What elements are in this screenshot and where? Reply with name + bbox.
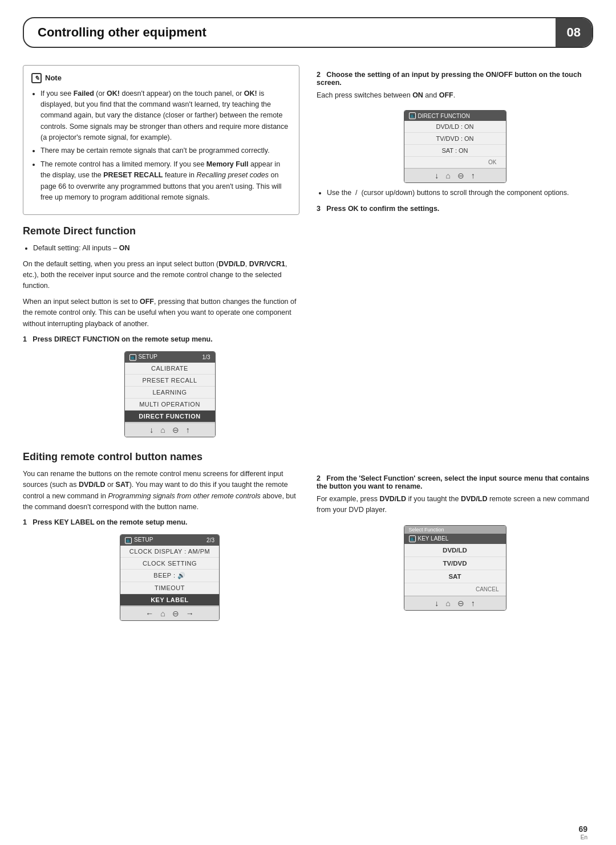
screen-icon: 📺 (129, 354, 136, 361)
screen-footer: ↓ ⌂ ⊖ ↑ (125, 422, 215, 437)
note-list: If you see Failed (or OK! doesn't appear… (31, 88, 291, 204)
screen-body: CALIBRATE PRESET RECALL LEARNING MULTI O… (125, 363, 215, 422)
editing-step2-para: For example, press DVD/LD if you taught … (317, 494, 593, 516)
note-box: ✎ Note If you see Failed (or OK! doesn't… (23, 65, 299, 215)
editing-section: Editing remote control button names (0, 451, 616, 463)
select-row-tvdvd: TV/DVD (404, 557, 506, 570)
setup-screen-2: 📺SETUP 2/3 CLOCK DISPLAY : AM/PM CLOCK S… (120, 534, 220, 621)
setup2-footer-right: → (186, 609, 194, 618)
page-en-label: En (581, 834, 587, 840)
select-footer-minus: ⊖ (457, 599, 464, 608)
screen-row-preset-recall: PRESET RECALL (125, 375, 215, 387)
remote-direct-para2: When an input select button is set to OF… (23, 296, 299, 330)
editing-step2-label: 2 From the 'Select Function' screen, sel… (317, 474, 593, 490)
select-top-header: Select Function (404, 526, 506, 534)
note-title: ✎ Note (31, 72, 291, 84)
remote-direct-heading: Remote Direct function (23, 225, 299, 237)
screen-row-calibrate: CALIBRATE (125, 363, 215, 375)
footer-minus-btn: ⊖ (172, 425, 179, 434)
page-header: Controlling other equipment 08 (23, 17, 593, 48)
editing-left: You can rename the buttons on the remote… (23, 469, 299, 626)
page-title: Controlling other equipment (24, 18, 556, 47)
note-item-1: If you see Failed (or OK! doesn't appear… (40, 88, 291, 144)
setup2-footer-left: ← (145, 609, 153, 618)
step3-label: 3 Press OK to confirm the settings. (317, 205, 593, 213)
setup2-row-beep: BEEP : 🔊 (120, 570, 219, 582)
setup-screen-2-icon: 📺 (125, 537, 132, 544)
page-num: 69 (578, 824, 587, 834)
setup-screen-device: 📺SETUP 1/3 CALIBRATE PRESET RECALL LEARN… (124, 351, 216, 437)
editing-right: 2 From the 'Select Function' screen, sel… (317, 469, 593, 626)
direct-row-sat: SAT : ON (404, 145, 506, 157)
editing-heading: Editing remote control button names (23, 451, 593, 463)
select-screen-block: Select Function 📺 KEY LABEL DVD/LD TV/DV… (317, 521, 593, 615)
direct-row-ok: OK (404, 157, 506, 168)
select-row-sat: SAT (404, 570, 506, 583)
select-row-dvdld: DVD/LD (404, 544, 506, 557)
step1-label: 1 Press DIRECT FUNCTION on the remote se… (23, 335, 299, 343)
screen-header: 📺SETUP 1/3 (125, 352, 215, 363)
direct-row-tvdvd: TV/DVD : ON (404, 133, 506, 145)
select-screen-footer: ↓ ⌂ ⊖ ↑ (404, 596, 506, 610)
direct-footer-up: ↑ (471, 171, 475, 180)
direct-screen: 📺 DIRECT FUNCTION DVD/LD : ON TV/DVD : O… (404, 110, 506, 183)
direct-footer-home: ⌂ (445, 171, 450, 180)
note-icon: ✎ (31, 73, 42, 83)
select-row-cancel: CANCEL (404, 583, 506, 596)
screen-row-learning: LEARNING (125, 387, 215, 399)
direct-footer-down: ↓ (435, 171, 439, 180)
select-screen-body: DVD/LD TV/DVD SAT CANCEL (404, 544, 506, 596)
direct-screen-footer: ↓ ⌂ ⊖ ↑ (404, 168, 506, 182)
select-footer-down: ↓ (435, 599, 439, 608)
setup2-row-timeout: TIMEOUT (120, 582, 219, 594)
setup2-row-clock-display: CLOCK DISPLAY : AM/PM (120, 546, 219, 558)
right-column: 2 Choose the setting of an input by pres… (317, 65, 593, 442)
select-screen-icon: 📺 (409, 535, 416, 542)
select-footer-up: ↑ (471, 599, 475, 608)
step2-heading: 2 Choose the setting of an input by pres… (317, 71, 593, 87)
step2-bullet: Use the / (cursor up/down) buttons to sc… (317, 188, 593, 198)
screen-row-multi-operation: MULTI OPERATION (125, 399, 215, 411)
direct-screen-block: 📺 DIRECT FUNCTION DVD/LD : ON TV/DVD : O… (317, 105, 593, 188)
editing-step1-label: 1 Press KEY LABEL on the remote setup me… (23, 518, 299, 526)
step2-para: Each press switches between ON and OFF. (317, 90, 593, 101)
setup-screen-1: 📺SETUP 1/3 CALIBRATE PRESET RECALL LEARN… (23, 347, 299, 442)
footer-home-btn: ⌂ (160, 425, 165, 434)
setup2-row-clock-setting: CLOCK SETTING (120, 558, 219, 570)
setup2-row-key-label: KEY LABEL (120, 594, 219, 606)
direct-row-dvd: DVD/LD : ON (404, 121, 506, 133)
select-footer-home: ⌂ (445, 599, 450, 608)
left-column: ✎ Note If you see Failed (or OK! doesn't… (23, 65, 299, 442)
select-screen: Select Function 📺 KEY LABEL DVD/LD TV/DV… (404, 525, 506, 611)
setup2-footer-minus: ⊖ (172, 609, 179, 618)
direct-footer-minus: ⊖ (457, 171, 464, 180)
note-item-2: There may be certain remote signals that… (40, 145, 291, 156)
setup2-footer-home: ⌂ (160, 609, 165, 618)
editing-intro: You can rename the buttons on the remote… (23, 469, 299, 513)
setup-screen-2-block: 📺SETUP 2/3 CLOCK DISPLAY : AM/PM CLOCK S… (23, 530, 299, 625)
select-sub-header: 📺 KEY LABEL (404, 534, 506, 544)
footer-up-arrow: ↑ (186, 425, 190, 434)
remote-direct-default: Default setting: All inputs – ON (23, 243, 299, 254)
setup-screen-2-header: 📺SETUP 2/3 (120, 535, 219, 546)
footer-down-arrow: ↓ (149, 425, 153, 434)
screen-row-direct-function: DIRECT FUNCTION (125, 411, 215, 422)
direct-screen-header: 📺 DIRECT FUNCTION (404, 111, 506, 121)
setup-screen-2-footer: ← ⌂ ⊖ → (120, 606, 219, 620)
note-item-3: The remote control has a limited memory.… (40, 159, 291, 204)
direct-screen-body: DVD/LD : ON TV/DVD : ON SAT : ON OK (404, 121, 506, 168)
setup-screen-2-body: CLOCK DISPLAY : AM/PM CLOCK SETTING BEEP… (120, 546, 219, 606)
remote-direct-para1: On the default setting, when you press a… (23, 259, 299, 292)
direct-screen-icon: 📺 (409, 112, 416, 119)
page-number-badge: 08 (556, 18, 592, 47)
two-col-bottom: You can rename the buttons on the remote… (0, 469, 616, 626)
